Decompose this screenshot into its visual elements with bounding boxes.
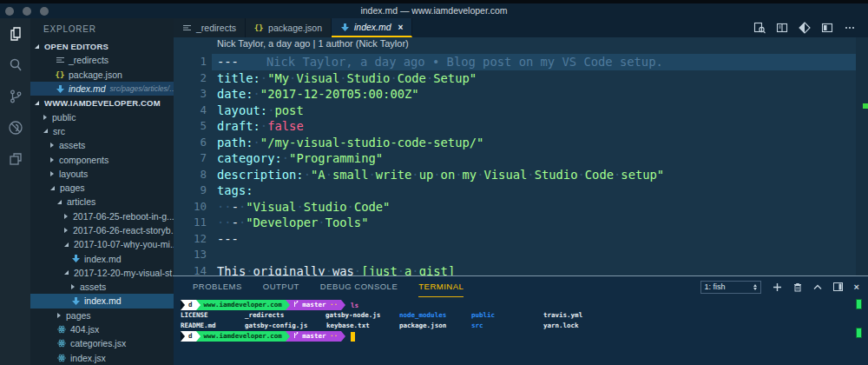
ls-entry: travis.yml [543,310,582,321]
tree-folder[interactable]: 2017-06-26-react-storyb.. [30,223,174,237]
tree-file[interactable]: index.md [30,294,174,308]
prompt-dir-segment: d [185,300,196,310]
item-label: index.jsx [70,353,106,363]
sidebar-section-open-editors[interactable]: OPEN EDITORS [30,39,174,53]
gitlens-compare-icon[interactable] [799,22,811,34]
item-label: components [59,155,108,165]
tree-folder[interactable]: src [30,124,174,138]
activity-explorer-icon[interactable] [0,18,30,50]
codelens-blame[interactable]: Nick Taylor, a day ago | 1 author (Nick … [217,38,409,49]
item-label: index.md [69,83,106,94]
activity-debug-icon[interactable] [0,112,30,143]
terminal-ls-row: LICENSE_redirectsgatsby-node.jsnode_modu… [174,310,868,321]
tree-folder[interactable]: layouts [30,167,174,181]
split-editor-icon[interactable] [821,22,833,34]
close-panel-icon[interactable]: × [854,282,859,292]
code-line[interactable]: --- [217,231,239,248]
code-line[interactable]: date:·"2017-12-20T05:00:00Z" [217,86,419,103]
folder-twistie-icon [64,228,68,233]
panel-tab-output[interactable]: OUTPUT [263,276,299,297]
terminal-indicator [856,299,862,309]
tree-folder[interactable]: public [30,110,174,123]
tab-package-json[interactable]: {}package.json [246,18,332,37]
tree-folder[interactable]: 2017-10-07-why-you-mi... [30,237,174,251]
tree-file[interactable]: {}package.json [30,68,174,82]
tree-folder[interactable]: articles [30,195,174,209]
tree-file[interactable]: 404.jsx [30,322,174,336]
tab-label: index.md [354,22,391,32]
item-label: WWW.IAMDEVELOPER.COM [44,98,161,108]
item-label: pages [60,182,85,193]
panel-tab-problems[interactable]: PROBLEMS [193,276,242,297]
activity-extensions-icon[interactable] [0,143,30,175]
terminal-command: ls [351,302,358,309]
tree-folder[interactable]: assets [30,138,174,152]
tree-file[interactable]: categories.jsx [30,336,174,350]
tree-folder[interactable]: 2017-12-20-my-visual-st... [30,266,174,280]
code-line[interactable]: title:·"My·Visual·Studio·Code·Setup" [217,70,477,87]
terminal[interactable]: dwww.iamdeveloper.com master ··lsLICENSE… [174,298,868,365]
code-line[interactable]: This·originally·was·[just·a·gist] [217,263,455,276]
maximize-panel-icon[interactable] [813,284,822,290]
tab--redirects[interactable]: _redirects [174,18,246,37]
code-line[interactable]: layout:·post [217,103,304,119]
overview-ruler-mark [863,103,868,109]
item-label: pages [66,310,91,321]
prompt-host-segment: www.iamdeveloper.com [201,331,286,342]
line-number: 3 [174,86,207,103]
more-actions-icon[interactable] [844,22,856,34]
tab-index-md[interactable]: index.md× [332,18,412,37]
panel-tab-debug-console[interactable]: DEBUG CONSOLE [320,276,398,297]
code-line[interactable]: category:·"Programming" [217,150,383,167]
panel-tab-terminal[interactable]: TERMINAL [418,276,464,297]
line-number: 7 [174,150,207,167]
ls-entry: gatsby-config.js [245,321,307,331]
code-line[interactable]: tags: [217,182,253,199]
tree-file[interactable]: index.jsx [30,351,174,365]
code-line[interactable]: draft:·false [217,118,304,135]
item-label: assets [80,282,106,292]
code-line[interactable]: ··-·"Visual·Studio·Code" [217,199,390,216]
item-label: _redirects [69,55,108,65]
folder-twistie-icon [50,143,54,148]
code-line[interactable]: ··-·"Developer·Tools" [217,215,368,231]
activity-search-icon[interactable] [0,50,30,81]
activity-source-control-icon[interactable] [0,81,30,112]
code-line[interactable]: path:·"/my-visual-studio-code-setup/" [217,135,483,151]
list-file-icon [56,56,64,64]
tree-file[interactable]: index.mdsrc/pages/articles/… [30,82,174,96]
tree-folder[interactable]: pages [30,309,174,322]
md-file-icon [340,23,349,31]
open-changes-icon[interactable] [776,22,788,34]
editor-region[interactable]: Nick Taylor, a day ago | 1 author (Nick … [174,37,868,275]
sidebar-explorer: EXPLORER OPEN EDITORS_redirects{}package… [30,18,174,365]
tree-folder[interactable]: 2017-06-25-reboot-in-g... [30,209,174,223]
select-arrows-icon [753,284,757,290]
inline-blame: Nick Taylor, a day ago • Blog post on my… [266,55,663,69]
code-line[interactable]: ---Nick Taylor, a day ago • Blog post on… [217,54,663,70]
json-file-icon: {} [56,70,64,79]
terminal-prompt-row: dwww.iamdeveloper.com master ··ls [181,300,868,310]
json-file-icon: {} [254,23,263,32]
folder-twistie-icon [71,284,75,289]
tree-folder[interactable]: assets [30,280,174,294]
line-number: 1 [174,54,207,70]
overview-ruler[interactable] [856,37,868,275]
tree-file[interactable]: index.md [30,251,174,265]
open-preview-icon[interactable] [753,22,766,34]
tree-file[interactable]: _redirects [30,53,174,67]
kill-terminal-icon[interactable] [793,282,802,292]
ls-entry: package.json [399,321,446,331]
tree-folder[interactable]: components [30,152,174,166]
prompt-git-segment: master ·· [290,300,341,310]
tree-folder[interactable]: pages [30,181,174,195]
terminal-select[interactable]: 1: fish [700,281,761,294]
code-line[interactable]: description:·"A·small·write·up·on·my·Vis… [217,167,664,183]
move-panel-icon[interactable] [833,282,843,291]
line-number: 2 [174,70,207,87]
sidebar-section-www-iamdeveloper-com[interactable]: WWW.IAMDEVELOPER.COM [30,96,174,110]
activity-bar [0,18,30,365]
new-terminal-icon[interactable] [773,282,782,292]
line-number: 10 [174,199,207,216]
tab-close-icon[interactable]: × [398,23,404,32]
